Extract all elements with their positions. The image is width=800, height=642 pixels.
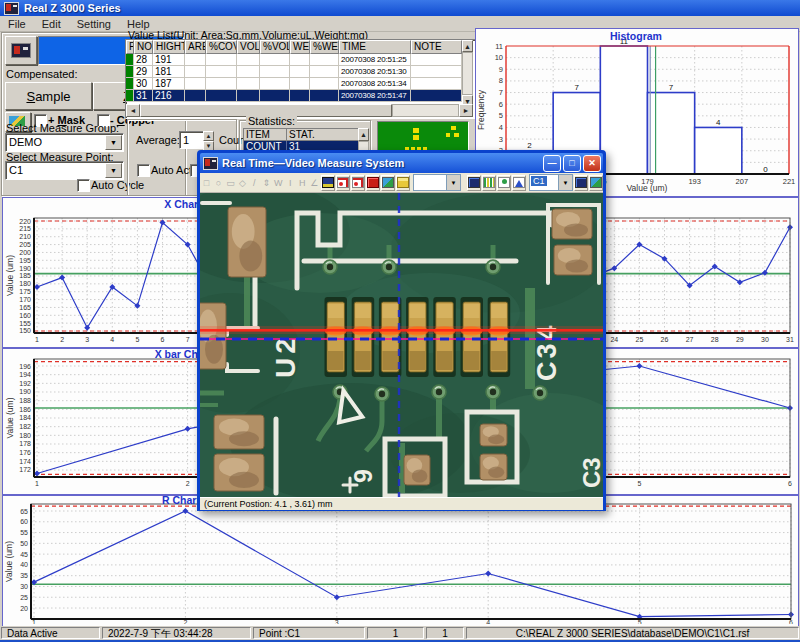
col-header[interactable]: %COV.. bbox=[206, 40, 237, 54]
svg-text:7: 7 bbox=[575, 83, 580, 92]
svg-text:175: 175 bbox=[19, 288, 31, 295]
measure-point-combo[interactable]: C1 ▼ bbox=[5, 161, 124, 180]
average-input[interactable]: 1 bbox=[179, 131, 204, 149]
statistics-scrollbar[interactable]: ▲ bbox=[358, 128, 369, 152]
svg-text:40: 40 bbox=[20, 561, 28, 568]
chevron-down-icon[interactable]: ▼ bbox=[105, 135, 122, 150]
pyramid-chart-button[interactable] bbox=[512, 175, 526, 191]
main-title-bar: Real Z 3000 Series bbox=[0, 0, 800, 16]
measure-group-combo[interactable]: DEMO ▼ bbox=[5, 133, 124, 152]
status-data-active: Data Active bbox=[1, 627, 100, 639]
svg-text:180: 180 bbox=[19, 432, 31, 439]
svg-text:35: 35 bbox=[20, 572, 28, 579]
svg-text:190: 190 bbox=[19, 388, 31, 395]
col-header[interactable]: %WEIG.. bbox=[310, 40, 339, 54]
minimize-button[interactable]: — bbox=[543, 155, 561, 172]
dot-chart-button[interactable] bbox=[497, 175, 511, 191]
video-title-bar[interactable]: Real Time—Video Measure System — □ ✕ bbox=[200, 153, 603, 173]
pcb-video-image[interactable]: U2 C34 9 C3 bbox=[200, 193, 603, 497]
tv-icon bbox=[367, 177, 379, 188]
measure-pin-icon bbox=[337, 177, 349, 188]
monitor-icon bbox=[468, 177, 480, 188]
svg-text:6: 6 bbox=[161, 336, 165, 343]
menu-edit[interactable]: Edit bbox=[42, 18, 61, 30]
monitor-button[interactable] bbox=[467, 175, 481, 191]
svg-text:11: 11 bbox=[495, 42, 503, 51]
rounded-rect-tool-icon[interactable]: □ bbox=[201, 175, 212, 191]
svg-text:50: 50 bbox=[20, 540, 28, 547]
menu-file[interactable]: File bbox=[8, 18, 26, 30]
scroll-up-icon[interactable]: ▲ bbox=[358, 128, 369, 141]
scroll-left-icon[interactable]: ◄ bbox=[126, 104, 140, 117]
pcb-label-9: 9 bbox=[349, 469, 377, 483]
svg-text:60: 60 bbox=[20, 518, 28, 525]
value-list-vscrollbar[interactable]: ▲ ▼ bbox=[462, 40, 473, 103]
auto-cycle-checkbox[interactable] bbox=[77, 179, 90, 192]
col-header[interactable]: AREA bbox=[185, 40, 206, 54]
auto-act-checkbox[interactable] bbox=[137, 164, 150, 177]
svg-text:190: 190 bbox=[19, 265, 31, 272]
menu-setting[interactable]: Setting bbox=[77, 18, 111, 30]
distance-tool-icon[interactable]: H bbox=[297, 175, 308, 191]
point-tool-icon[interactable]: I bbox=[285, 175, 296, 191]
send-point-2-button[interactable] bbox=[351, 175, 365, 191]
video-source-button[interactable] bbox=[366, 175, 380, 191]
menu-help[interactable]: Help bbox=[127, 18, 150, 30]
scroll-up-icon[interactable]: ▲ bbox=[462, 40, 473, 52]
svg-text:184: 184 bbox=[19, 414, 31, 421]
svg-text:0: 0 bbox=[763, 165, 768, 174]
chart-2-button[interactable] bbox=[589, 175, 603, 191]
open-image-button[interactable] bbox=[396, 175, 410, 191]
svg-text:Histogram: Histogram bbox=[610, 30, 662, 42]
chevron-down-icon[interactable]: ▼ bbox=[558, 175, 572, 190]
image-button[interactable] bbox=[381, 175, 395, 191]
col-header[interactable]: NO. bbox=[134, 40, 153, 54]
col-header[interactable]: P bbox=[126, 40, 134, 54]
toolbar-combo-1[interactable]: ▼ bbox=[413, 174, 461, 191]
col-header[interactable]: NOTE bbox=[411, 40, 462, 54]
close-button[interactable]: ✕ bbox=[583, 155, 601, 172]
chevron-down-icon[interactable]: ▼ bbox=[105, 163, 122, 178]
circle-tool-icon[interactable]: ○ bbox=[213, 175, 224, 191]
scroll-right-icon[interactable]: ► bbox=[459, 104, 473, 117]
display-mode-button[interactable] bbox=[5, 36, 37, 65]
angle-tool-icon[interactable]: ∠ bbox=[309, 175, 320, 191]
send-point-button[interactable] bbox=[336, 175, 350, 191]
toolbar-combo-2[interactable]: C1 ▼ bbox=[529, 174, 573, 191]
status-datetime: 2022-7-9 下午 03:44:28 bbox=[102, 627, 251, 639]
status-field-1: 1 bbox=[367, 627, 424, 639]
svg-text:207: 207 bbox=[736, 177, 749, 186]
rect-tool-icon[interactable]: ▭ bbox=[225, 175, 236, 191]
col-header[interactable]: HIGHT bbox=[153, 40, 185, 54]
height-tool-icon[interactable]: ⇕ bbox=[261, 175, 272, 191]
polygon-tool-icon[interactable]: ◇ bbox=[237, 175, 248, 191]
monitor-2-button[interactable] bbox=[574, 175, 588, 191]
average-spinner[interactable]: ▲▼ bbox=[203, 131, 214, 149]
chevron-down-icon[interactable]: ▼ bbox=[446, 175, 460, 190]
sample-button[interactable]: Sample bbox=[5, 82, 92, 110]
line-tool-icon[interactable]: / bbox=[249, 175, 260, 191]
main-window-title: Real Z 3000 Series bbox=[24, 2, 121, 14]
value-list-table: P NO. HIGHT AREA %COV.. VOL.. %VOLU.. WE… bbox=[126, 40, 462, 102]
svg-text:5: 5 bbox=[135, 336, 139, 343]
svg-text:2: 2 bbox=[186, 480, 190, 487]
stats-col-item[interactable]: ITEM bbox=[244, 129, 287, 141]
width-tool-icon[interactable]: W bbox=[273, 175, 284, 191]
video-window[interactable]: Real Time—Video Measure System — □ ✕ □ ○… bbox=[197, 150, 606, 511]
col-header[interactable]: VOL.. bbox=[237, 40, 260, 54]
col-header[interactable]: %VOLU.. bbox=[260, 40, 290, 54]
image-icon bbox=[590, 177, 602, 188]
maximize-button[interactable]: □ bbox=[563, 155, 581, 172]
bar-chart-button[interactable] bbox=[482, 175, 496, 191]
svg-text:6: 6 bbox=[499, 100, 503, 109]
svg-text:160: 160 bbox=[19, 312, 31, 319]
col-header[interactable]: WEI.. bbox=[290, 40, 310, 54]
value-list-hscrollbar[interactable]: ◄ ► bbox=[126, 104, 473, 117]
svg-text:165: 165 bbox=[19, 304, 31, 311]
stats-col-stat[interactable]: STAT. bbox=[287, 129, 358, 141]
image-icon bbox=[382, 177, 394, 188]
col-header[interactable]: TIME bbox=[339, 40, 411, 54]
svg-text:Value (um): Value (um) bbox=[627, 183, 668, 193]
status-bar: Data Active 2022-7-9 下午 03:44:28 Point :… bbox=[0, 626, 800, 640]
capture-button[interactable] bbox=[321, 175, 335, 191]
